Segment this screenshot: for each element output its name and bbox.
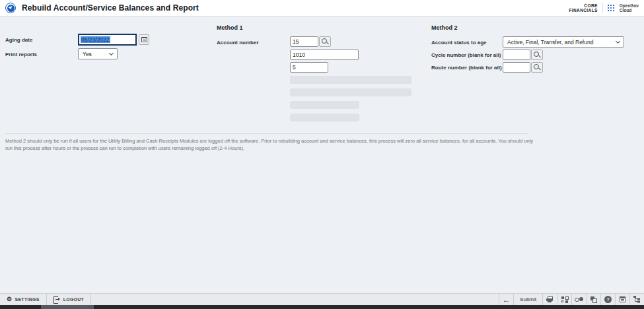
app-grid-icon[interactable]	[608, 5, 615, 12]
printer-icon	[546, 296, 554, 303]
aging-date-label: Aging date	[5, 37, 32, 43]
print-button[interactable]	[542, 294, 557, 305]
print-reports-select[interactable]: Yes	[78, 48, 118, 59]
window-grid-button[interactable]	[557, 294, 571, 305]
account-number-input-3[interactable]	[290, 62, 328, 73]
submit-button[interactable]: Submit	[513, 294, 542, 305]
product-name: CORE FINANCIALS	[569, 3, 597, 13]
logout-button[interactable]: LOGOUT	[47, 294, 91, 305]
gear-icon: ⚙	[7, 296, 12, 302]
calendar-icon	[620, 296, 626, 302]
settings-button[interactable]: ⚙ SETTINGS	[0, 294, 47, 305]
bottom-edge-strip	[0, 305, 644, 309]
brand-name: OpenGov Cloud	[620, 3, 639, 13]
cycle-number-label: Cycle number (blank for all)	[431, 52, 501, 58]
account-number-input-2[interactable]	[290, 50, 359, 60]
placeholder-bar	[290, 114, 359, 121]
calendar-button[interactable]	[615, 294, 629, 305]
search-icon	[322, 38, 328, 45]
chevron-down-icon	[109, 50, 114, 55]
aging-date-calendar-button[interactable]	[139, 34, 149, 45]
help-icon: ?	[604, 296, 612, 303]
aging-date-selected-text: 05/23/2022	[81, 36, 110, 43]
cycle-number-input[interactable]	[503, 50, 530, 60]
layers-icon	[590, 296, 597, 303]
method1-heading: Method 1	[217, 24, 243, 31]
footer-toolbar: ⚙ SETTINGS LOGOUT ← Submit	[0, 293, 644, 305]
account-number-search-button[interactable]	[319, 36, 331, 47]
header: Rebuild Account/Service Balances and Rep…	[0, 0, 644, 17]
placeholder-bar	[290, 88, 411, 96]
help-button[interactable]: ?	[600, 294, 615, 305]
grid-icon	[561, 296, 568, 303]
aging-date-input[interactable]: 05/23/2022	[78, 34, 137, 46]
search-icon	[534, 64, 540, 71]
placeholder-bar	[290, 76, 411, 84]
method2-warning-note: Method 2 should only be run if all users…	[5, 137, 536, 152]
glasses-icon	[575, 297, 583, 302]
print-reports-value: Yes	[83, 51, 92, 57]
org-tree-icon	[633, 296, 641, 303]
footer-action-group: ← Submit ?	[499, 294, 644, 305]
brand-name-line2: Cloud	[620, 8, 639, 13]
brand-name-line1: OpenGov	[620, 3, 639, 9]
account-status-select[interactable]: Active, Final, Transfer, and Refund	[503, 36, 624, 48]
product-name-line2: FINANCIALS	[569, 8, 597, 13]
account-status-label: Account status to age	[431, 40, 487, 46]
logout-icon	[54, 296, 61, 303]
account-number-input-1[interactable]	[290, 36, 318, 47]
route-number-label: Route number (blank for all)	[431, 65, 502, 71]
route-number-input[interactable]	[503, 62, 530, 73]
app-menu-logo-icon[interactable]	[5, 3, 16, 13]
chevron-down-icon	[616, 38, 620, 43]
header-divider	[602, 3, 603, 13]
layers-button[interactable]	[586, 294, 600, 305]
settings-label: SETTINGS	[15, 297, 39, 302]
page-title: Rebuild Account/Service Balances and Rep…	[22, 3, 199, 13]
section-divider	[5, 133, 528, 134]
view-button[interactable]	[571, 294, 586, 305]
logout-label: LOGOUT	[63, 297, 84, 302]
back-arrow-icon: ←	[503, 296, 511, 304]
account-number-label: Account number	[217, 40, 259, 46]
account-status-value: Active, Final, Transfer, and Refund	[507, 39, 593, 46]
print-reports-label: Print reports	[5, 52, 37, 57]
placeholder-bar	[290, 101, 359, 109]
method2-heading: Method 2	[431, 24, 458, 31]
app-window: Rebuild Account/Service Balances and Rep…	[0, 0, 644, 309]
back-button[interactable]: ←	[499, 294, 513, 305]
calendar-icon	[141, 37, 147, 42]
cycle-number-search-button[interactable]	[531, 50, 543, 60]
route-number-search-button[interactable]	[531, 62, 543, 73]
tree-view-button[interactable]	[629, 294, 644, 305]
search-icon	[534, 52, 540, 58]
header-brand-area: CORE FINANCIALS OpenGov Cloud	[569, 0, 639, 16]
product-name-line1: CORE	[569, 3, 597, 9]
